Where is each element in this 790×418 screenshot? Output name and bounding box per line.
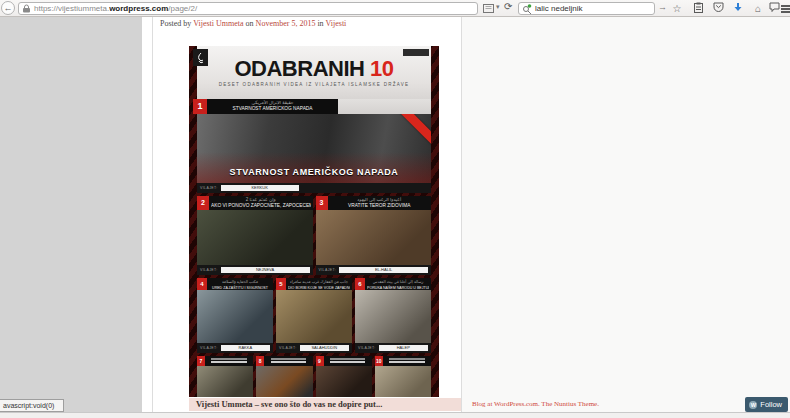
video-thumbnail <box>197 210 313 265</box>
poster-header: ODABRANIH 10 DESET ODABRANIH VIDEA IZ VI… <box>197 46 431 99</box>
banner-thumbnail: STVARNOST AMERIČKOG NAPADA <box>197 114 431 183</box>
video-item-6: 6 رسالة إلى أهلنا في بيت المقدسPORUKA NA… <box>355 278 431 353</box>
item-number: 3 <box>316 196 328 210</box>
illegible-title-lines <box>383 356 431 366</box>
item-number: 9 <box>316 356 324 366</box>
item-number: 7 <box>197 356 205 366</box>
chevron-down-icon[interactable]: ▾ <box>496 3 500 11</box>
download-icon[interactable] <box>731 2 745 15</box>
vilajet-name: SALAHUDDIN <box>300 345 349 351</box>
image-caption: Vijesti Ummeta – sve ono što do vas ne d… <box>189 398 461 411</box>
video-item-2: 2 وإن عدتم عدنا 2AKO VI PONOVO ZAPOČNETE… <box>197 196 313 275</box>
illegible-title-lines <box>264 356 312 366</box>
bookmark-star-icon[interactable]: ☆ <box>670 2 684 15</box>
corner-ribbon <box>394 114 431 148</box>
video-item-3: 3 أعيدوا الرعب إلى اليهودVRATITE TEROR Ž… <box>316 196 432 275</box>
url-text: https://vijestiummeta.wordpress.com/page… <box>34 4 197 13</box>
video-item-4: 4 مكتب الحماية والسلامةURED ZA ZAŠTITU I… <box>197 278 273 353</box>
post-meta: Posted by Vijesti Ummeta on November 5, … <box>160 19 346 28</box>
search-icon <box>522 4 532 14</box>
content-column-divider <box>152 17 153 412</box>
item-1-vilajet-row: VILAJET: KERKUK <box>197 183 431 193</box>
back-button[interactable]: ← <box>1 1 15 15</box>
item-number: 4 <box>197 278 207 290</box>
video-item-10: 10 <box>375 356 431 397</box>
item-number: 2 <box>197 196 209 210</box>
browser-toolbar: ← https://vijestiummeta.wordpress.com/pa… <box>0 0 790 17</box>
video-thumbnail <box>375 366 431 397</box>
wordpress-icon: W <box>749 401 757 409</box>
video-thumbnail <box>197 290 273 343</box>
page-background-right <box>461 17 790 412</box>
vilajet-name: HALEP <box>379 345 428 351</box>
item-1-header: 1 حقيقة الإنزال الأمريكي STVARNOST AMERI… <box>197 99 431 114</box>
pocket-icon[interactable] <box>711 2 725 15</box>
video-thumbnail <box>256 366 312 397</box>
vilajet-name: RAKKA <box>221 345 270 351</box>
item-number: 10 <box>375 356 383 366</box>
search-input[interactable]: lalic nedeljnik <box>518 2 655 15</box>
video-item-8: 8 <box>256 356 312 397</box>
library-icon[interactable] <box>691 2 705 15</box>
banner-caption: STVARNOST AMERIČKOG NAPADA <box>197 167 431 177</box>
vilajet-name: KERKUK <box>221 185 299 191</box>
video-item-7: 7 <box>197 356 253 397</box>
search-value: lalic nedeljnik <box>535 4 583 13</box>
home-icon[interactable]: ⌂ <box>751 2 765 15</box>
theme-credit-link[interactable]: Blog at WordPress.com. The Nuntius Theme… <box>472 400 599 408</box>
illegible-title-lines <box>324 356 372 366</box>
status-tooltip: avascript:void(0) <box>0 399 64 412</box>
search-go-icon[interactable]: → <box>658 2 667 12</box>
item-number: 5 <box>276 278 286 290</box>
vilajet-name: NEJNEVA <box>221 267 310 273</box>
window-bottom-strip <box>0 412 790 418</box>
menu-icon[interactable] <box>781 5 790 7</box>
lock-icon <box>23 4 30 13</box>
item-number: 6 <box>355 278 365 290</box>
date-link[interactable]: November 5, 2015 <box>256 19 316 28</box>
poster-title-number: 10 <box>370 56 393 81</box>
author-link[interactable]: Vijesti Ummeta <box>193 19 243 28</box>
video-thumbnail <box>276 290 352 343</box>
url-bar[interactable]: https://vijestiummeta.wordpress.com/page… <box>18 2 478 15</box>
follow-button[interactable]: W Follow <box>745 397 788 412</box>
poster-issue-badge <box>403 49 429 56</box>
category-link[interactable]: Vijesti <box>325 19 346 28</box>
vilajet-name: EL-HALIL <box>339 267 428 273</box>
poster-subtitle: DESET ODABRANIH VIDEA IZ VILAJETA ISLAMS… <box>219 82 410 87</box>
refresh-icon[interactable]: ⟳ <box>504 1 512 12</box>
post-image[interactable]: ODABRANIH 10 DESET ODABRANIH VIDEA IZ VI… <box>189 46 439 397</box>
video-thumbnail <box>355 290 431 343</box>
poster-title: ODABRANIH 10 <box>234 58 393 80</box>
page-background-left <box>0 17 142 412</box>
video-thumbnail <box>316 210 432 265</box>
item-title: STVARNOST AMERIČKOG NAPADA <box>209 106 336 112</box>
hello-bubble-icon[interactable] <box>767 2 781 15</box>
poster-logo-icon <box>193 49 208 66</box>
video-thumbnail <box>316 366 372 397</box>
video-thumbnail <box>197 366 253 397</box>
item-number: 8 <box>256 356 264 366</box>
illegible-title-lines <box>205 356 253 366</box>
video-item-9: 9 <box>316 356 372 397</box>
item-number: 1 <box>193 99 207 114</box>
video-item-5: 5 جانب من المعارك غرب مدينة سامراءDIO BO… <box>276 278 352 353</box>
reader-view-icon[interactable] <box>483 4 494 13</box>
